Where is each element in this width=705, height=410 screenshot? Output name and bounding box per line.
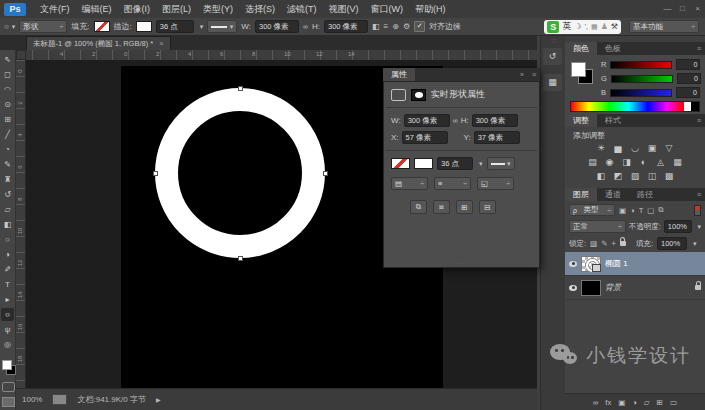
lock-pixels-icon[interactable]: ✎ (601, 239, 607, 248)
layer-row-background[interactable]: 背景 (565, 276, 705, 300)
anchor-handle-right[interactable] (323, 171, 328, 176)
tool-dodge[interactable]: ◑ (1, 248, 14, 261)
menu-type[interactable]: 类型(Y) (197, 0, 239, 18)
adj-selective-color-icon[interactable]: ▩ (663, 170, 675, 182)
adj-color-lookup-icon[interactable]: ▦ (672, 156, 684, 168)
shape-w-field[interactable]: 300 像素 (404, 114, 450, 127)
tool-stamp[interactable]: ♜ (1, 173, 14, 186)
tool-brush[interactable]: ✎ (1, 158, 14, 171)
tab-channels[interactable]: 通道 (597, 188, 629, 201)
ime-person-icon[interactable]: ♟ (601, 22, 608, 31)
menu-select[interactable]: 选择(S) (239, 0, 281, 18)
lock-all-icon[interactable] (620, 241, 626, 246)
adj-exposure-icon[interactable]: ▣ (646, 142, 658, 154)
tab-close-icon[interactable]: × (159, 39, 163, 48)
shape-x-field[interactable]: 57 像素 (402, 131, 448, 144)
tool-pen[interactable]: ✎ (1, 263, 14, 276)
path-op-subtract-button[interactable]: ⧈ (433, 200, 450, 214)
foreground-color-swatch[interactable] (2, 360, 12, 370)
anchor-handle-top[interactable] (238, 86, 243, 91)
ime-moon-icon[interactable]: ☽ (574, 22, 581, 31)
tool-mode-select[interactable]: 形状 ÷ (19, 20, 67, 33)
info-panel-icon[interactable]: ▦ (543, 74, 562, 91)
adj-threshold-icon[interactable]: ▨ (629, 170, 641, 182)
geometry-settings-icon[interactable]: ⚙ (403, 22, 410, 31)
path-op-combine-button[interactable]: ⧉ (410, 200, 427, 214)
caret-down-icon[interactable]: ▾ (200, 23, 204, 31)
stroke-corners-select[interactable]: ◱ ÷ (477, 177, 514, 190)
menu-image[interactable]: 图像(I) (118, 0, 157, 18)
fill-field[interactable]: 100% (657, 237, 687, 250)
adj-invert-icon[interactable]: ◧ (595, 170, 607, 182)
close-button[interactable]: × (690, 1, 705, 17)
anchor-handle-bottom[interactable] (238, 256, 243, 261)
caret-down-icon[interactable]: ▾ (693, 240, 697, 248)
layer-name[interactable]: 椭圆 1 (605, 258, 628, 269)
align-edges-checkbox[interactable]: ✓ (414, 21, 425, 32)
shape-height-field[interactable]: 300 像素 (324, 20, 368, 33)
stroke-caps-select[interactable]: ≡ ÷ (434, 177, 471, 190)
shape-y-field[interactable]: 37 像素 (474, 131, 520, 144)
layer-style-fx-icon[interactable]: fx (605, 398, 611, 407)
channel-b-value[interactable]: 0 (676, 87, 700, 98)
ime-lang-toggle[interactable]: 英 (562, 20, 571, 33)
stroke-width-field[interactable]: 36 点 (437, 157, 473, 170)
tab-paths[interactable]: 路径 (629, 188, 661, 201)
quick-mask-icon[interactable] (2, 382, 15, 392)
ime-board-icon[interactable]: ▦ (591, 23, 598, 31)
sogou-logo-icon[interactable]: S (547, 21, 559, 33)
stroke-style-select[interactable]: ▾ (487, 157, 515, 170)
adj-posterize-icon[interactable]: ◩ (612, 170, 624, 182)
layer-filter-switch[interactable] (694, 205, 701, 216)
caret-down-icon[interactable]: ▾ (479, 160, 483, 168)
ime-toolbar[interactable]: S 英 ☽ ’, ▦ ♟ ⚒ (544, 20, 621, 34)
filter-type-layers-icon[interactable]: T (639, 206, 644, 215)
panel-menu-icon[interactable]: ≡ (693, 114, 705, 127)
tool-move[interactable]: ⇖ (1, 53, 14, 66)
panel-menu-icon[interactable]: ≡ (693, 42, 705, 55)
menu-help[interactable]: 帮助(H) (409, 0, 452, 18)
anchor-handle-left[interactable] (153, 171, 158, 176)
delete-layer-icon[interactable]: ▭ (670, 398, 677, 407)
new-layer-icon[interactable]: ⊞ (657, 398, 663, 407)
menu-layer[interactable]: 图层(L) (156, 0, 197, 18)
maximize-button[interactable]: □ (675, 1, 690, 17)
stroke-width-field[interactable]: 36 点 (156, 20, 194, 33)
tab-styles[interactable]: 样式 (597, 114, 629, 127)
stroke-style-select[interactable]: ▾ (207, 20, 237, 33)
channel-b-slider[interactable] (610, 89, 672, 97)
path-op-exclude-button[interactable]: ⊟ (479, 200, 496, 214)
panel-menu-icon[interactable]: ≡ (693, 188, 705, 201)
link-layers-icon[interactable]: ∞ (593, 398, 598, 407)
shape-h-field[interactable]: 300 像素 (472, 114, 518, 127)
color-spectrum-bar[interactable] (570, 101, 700, 112)
adj-levels-icon[interactable]: ▅ (612, 142, 624, 154)
status-arrow-icon[interactable]: ▶ (156, 396, 161, 403)
layer-filter-select[interactable]: ρ 类型 ÷ (569, 204, 615, 216)
adj-vibrance-icon[interactable]: ▽ (663, 142, 675, 154)
fill-swatch-none[interactable] (391, 158, 410, 169)
foreground-color-swatch[interactable] (571, 62, 586, 77)
ellipse-shape-ring[interactable] (155, 88, 325, 258)
tab-adjustments[interactable]: 调整 (565, 114, 597, 127)
adj-channel-mixer-icon[interactable]: ◬ (655, 156, 667, 168)
tool-crop[interactable]: ⊞ (1, 113, 14, 126)
path-op-intersect-button[interactable]: ⊞ (456, 200, 473, 214)
tool-ellipse-shape[interactable]: ○ (1, 308, 14, 321)
channel-g-slider[interactable] (611, 75, 673, 83)
visibility-eye-icon[interactable] (569, 261, 577, 267)
link-icon[interactable]: ∞ (453, 117, 458, 124)
tab-swatches[interactable]: 色板 (597, 42, 629, 55)
new-group-icon[interactable]: ▱ (644, 398, 650, 407)
stroke-align-select[interactable]: ▤ ÷ (391, 177, 428, 190)
screen-mode-icon[interactable] (2, 397, 15, 407)
menu-file[interactable]: 文件(F) (34, 0, 76, 18)
layer-thumbnail[interactable] (581, 256, 601, 272)
panel-resize-handle[interactable]: ∙∙∙ (384, 260, 539, 266)
zoom-level-field[interactable]: 100% (22, 395, 42, 404)
tool-healing[interactable]: ◔ (1, 143, 14, 156)
tool-eraser[interactable]: ▱ (1, 203, 14, 216)
add-mask-icon[interactable]: ▣ (618, 398, 625, 407)
adj-hue-icon[interactable]: ▤ (587, 156, 599, 168)
path-align-icon[interactable]: ≡ (384, 22, 389, 31)
